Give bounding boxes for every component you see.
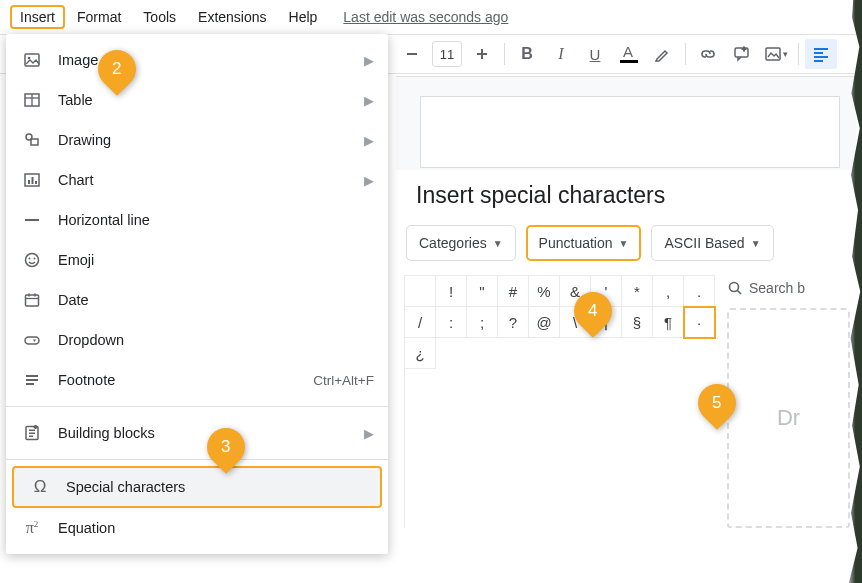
toolbar-separator [798, 43, 799, 65]
char-cell[interactable]: % [529, 276, 560, 307]
menu-item-footnote[interactable]: Footnote Ctrl+Alt+F [6, 360, 388, 400]
menu-item-emoji[interactable]: Emoji [6, 240, 388, 280]
char-cell[interactable]: ? [498, 307, 529, 338]
menu-item-label: Dropdown [58, 332, 374, 348]
menu-extensions[interactable]: Extensions [188, 5, 276, 29]
footnote-icon [20, 371, 44, 389]
document-page[interactable] [420, 96, 840, 168]
char-cell[interactable]: ¿ [405, 338, 436, 369]
filter-label: Categories [419, 235, 487, 251]
toolbar-separator [504, 43, 505, 65]
svg-rect-21 [35, 181, 37, 184]
italic-button[interactable]: I [545, 39, 577, 69]
svg-rect-9 [814, 56, 828, 58]
svg-rect-19 [28, 180, 30, 184]
char-cell[interactable]: @ [529, 307, 560, 338]
menu-item-drawing[interactable]: Drawing ▶ [6, 120, 388, 160]
menu-item-table[interactable]: Table ▶ [6, 80, 388, 120]
char-cell[interactable]: § [622, 307, 653, 338]
svg-point-25 [34, 258, 36, 260]
char-cell[interactable]: : [436, 307, 467, 338]
menu-tools[interactable]: Tools [133, 5, 186, 29]
char-cell[interactable]: / [405, 307, 436, 338]
svg-rect-7 [814, 48, 828, 50]
last-edit-text[interactable]: Last edit was seconds ago [343, 9, 508, 25]
char-cell[interactable]: . [684, 276, 715, 307]
svg-point-23 [26, 254, 39, 267]
submenu-arrow-icon: ▶ [364, 133, 374, 148]
highlight-button[interactable] [647, 39, 679, 69]
align-button[interactable] [805, 39, 837, 69]
char-cell[interactable]: , [653, 276, 684, 307]
svg-rect-0 [407, 53, 417, 55]
bold-button[interactable]: B [511, 39, 543, 69]
char-cell[interactable]: # [498, 276, 529, 307]
filter-label: ASCII Based [664, 235, 744, 251]
underline-button[interactable]: U [579, 39, 611, 69]
pi-icon: π2 [20, 519, 44, 537]
svg-rect-32 [26, 379, 38, 381]
menu-item-horizontal-line[interactable]: Horizontal line [6, 200, 388, 240]
svg-rect-6 [766, 48, 780, 60]
menu-item-image[interactable]: Image ▶ [6, 40, 388, 80]
filter-categories[interactable]: Categories ▼ [406, 225, 516, 261]
menu-item-dropdown[interactable]: Dropdown [6, 320, 388, 360]
menu-item-label: Chart [58, 172, 364, 188]
date-icon [20, 291, 44, 309]
svg-rect-39 [34, 426, 38, 428]
panel-title: Insert special characters [396, 170, 858, 225]
char-cell[interactable] [405, 276, 436, 307]
submenu-arrow-icon: ▶ [364, 93, 374, 108]
menu-help[interactable]: Help [279, 5, 328, 29]
draw-character-box[interactable]: Dr [727, 308, 850, 528]
font-size-minus[interactable] [396, 39, 428, 69]
svg-rect-11 [25, 54, 39, 66]
insert-dropdown: Image ▶ Table ▶ Drawing ▶ Chart ▶ Horizo… [6, 34, 388, 554]
menu-item-label: Emoji [58, 252, 374, 268]
omega-icon: Ω [28, 477, 52, 497]
char-cell[interactable]: ! [436, 276, 467, 307]
menu-item-chart[interactable]: Chart ▶ [6, 160, 388, 200]
filter-label: Punctuation [539, 235, 613, 251]
svg-point-12 [28, 57, 31, 60]
panel-filters: Categories ▼ Punctuation ▼ ASCII Based ▼ [396, 225, 858, 275]
link-button[interactable] [692, 39, 724, 69]
font-size-plus[interactable] [466, 39, 498, 69]
menu-item-equation[interactable]: π2 Equation [6, 508, 388, 548]
char-cell[interactable]: " [467, 276, 498, 307]
insert-image-button[interactable]: ▾ [760, 39, 792, 69]
menu-item-date[interactable]: Date [6, 280, 388, 320]
text-color-button[interactable]: A [613, 39, 645, 69]
comment-button[interactable] [726, 39, 758, 69]
char-cell[interactable]: * [622, 276, 653, 307]
char-cell[interactable]: · [684, 307, 715, 338]
menu-item-label: Footnote [58, 372, 313, 388]
menu-item-label: Horizontal line [58, 212, 374, 228]
menu-item-building-blocks[interactable]: Building blocks ▶ [6, 413, 388, 453]
font-size-input[interactable]: 11 [432, 41, 462, 67]
char-cell[interactable]: ¶ [653, 307, 684, 338]
char-cell[interactable]: ; [467, 307, 498, 338]
character-grid: !"#%&'*,./:;?@\¡§¶·¿ [404, 275, 715, 528]
drawing-icon [20, 131, 44, 149]
search-icon [727, 280, 743, 296]
filter-ascii[interactable]: ASCII Based ▼ [651, 225, 773, 261]
menu-item-label: Equation [58, 520, 374, 536]
menu-item-label: Table [58, 92, 364, 108]
menu-format[interactable]: Format [67, 5, 131, 29]
menu-item-special-characters[interactable]: Ω Special characters [12, 466, 382, 508]
menubar: Insert Format Tools Extensions Help Last… [0, 0, 862, 34]
toolbar-separator [685, 43, 686, 65]
svg-rect-26 [26, 295, 39, 306]
svg-rect-36 [29, 433, 35, 435]
filter-punctuation[interactable]: Punctuation ▼ [526, 225, 642, 261]
special-characters-panel: Insert special characters Categories ▼ P… [396, 170, 858, 580]
menu-insert[interactable]: Insert [10, 5, 65, 29]
svg-rect-8 [814, 52, 823, 54]
chart-icon [20, 171, 44, 189]
menu-item-label: Special characters [66, 479, 366, 495]
hr-icon [20, 211, 44, 229]
menu-item-label: Date [58, 292, 374, 308]
svg-line-41 [738, 291, 742, 295]
search-input[interactable]: Search b [727, 275, 850, 296]
